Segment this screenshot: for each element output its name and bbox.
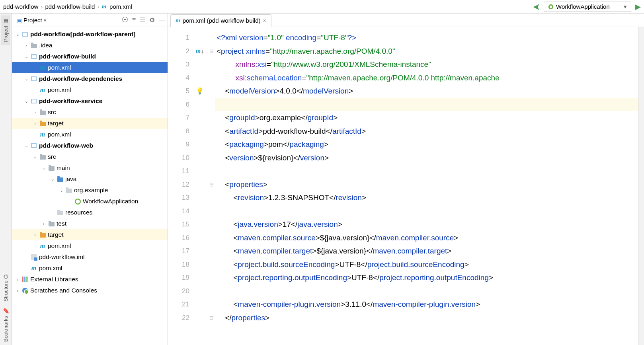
select-opened-file-icon[interactable]: ⦿ (122, 16, 128, 24)
gear-icon[interactable]: ⚙ (149, 16, 155, 24)
tree-twisty[interactable]: › (23, 43, 29, 48)
close-icon[interactable]: × (263, 18, 266, 24)
tree-label: resources (65, 209, 92, 216)
tree-twisty[interactable]: ⌄ (23, 54, 29, 59)
editor-area: m pom.xml (pdd-workflow-build) × 1234567… (168, 14, 644, 345)
tree-label: test (57, 220, 66, 227)
maven-icon: m (101, 3, 106, 10)
run-config-label: WorkflowApplication (556, 3, 610, 10)
tree-twisty[interactable]: ⌄ (23, 76, 29, 82)
line-number-gutter[interactable]: 12345678910111213141516171819202122 (168, 27, 192, 345)
tree-label: External Libraries (30, 276, 78, 283)
tree-twisty[interactable]: ⌄ (23, 143, 29, 148)
tree-label: target (48, 231, 64, 238)
chevron-down-icon: ▾ (44, 18, 46, 23)
tree-item[interactable]: ›Scratches and Consoles (12, 285, 168, 296)
fold-gutter[interactable]: ⊟ ⊟ ⊟ (208, 27, 215, 345)
tree-twisty[interactable]: › (32, 232, 38, 237)
tree-item[interactable]: mpom.xml (12, 84, 168, 96)
tree-label: src (48, 109, 56, 116)
collapse-all-icon[interactable]: ☰ (140, 16, 145, 24)
fold-toggle[interactable]: ⊟ (209, 315, 214, 321)
project-tool-window: ▣ Project ▾ ⦿ ≡ ☰ ⚙ — ⌄pdd-workflow [pdd… (12, 14, 168, 345)
tree-label: Scratches and Consoles (30, 287, 97, 294)
tree-twisty[interactable]: ⌄ (14, 32, 21, 37)
rail-tab-bookmarks[interactable]: Bookmarks 🔖 (1, 305, 10, 345)
project-icon: ▤ (3, 18, 9, 24)
tree-twisty[interactable]: › (41, 221, 47, 226)
tree-item[interactable]: pdd-workflow.iml (12, 251, 168, 263)
build-icon[interactable]: ➤ (533, 2, 540, 12)
rail-tab-project[interactable]: Project ▤ (1, 15, 10, 45)
breadcrumb-item[interactable]: pdd-workflow (3, 3, 38, 10)
hide-icon[interactable]: — (159, 16, 165, 24)
tree-item[interactable]: WorkflowApplication (12, 196, 168, 207)
breadcrumb[interactable]: pdd-workflow › pdd-workflow-build › m po… (3, 3, 132, 10)
tree-label: pom.xml (48, 242, 71, 249)
tree-item[interactable]: resources (12, 207, 168, 218)
fold-toggle[interactable]: ⊟ (209, 181, 214, 187)
tree-label: pdd-workflow-dependencies (39, 75, 122, 82)
chevron-down-icon: ▾ (624, 3, 627, 10)
expand-all-icon[interactable]: ≡ (132, 16, 136, 24)
chevron-right-icon: › (97, 3, 99, 10)
tree-twisty[interactable]: ⌄ (23, 99, 29, 104)
run-button[interactable]: ▶ (635, 2, 641, 11)
breadcrumb-item[interactable]: pdd-workflow-build (45, 3, 95, 10)
tree-item[interactable]: ⌄src (12, 151, 168, 162)
tree-label: pdd-workflow-service (39, 97, 102, 105)
tree-item[interactable]: ›target (12, 229, 168, 240)
tree-item[interactable]: ⌄pdd-workflow [pdd-workflow-parent] (12, 29, 168, 40)
rail-tab-structure[interactable]: Structure ⌬ (1, 271, 10, 305)
tree-twisty[interactable]: ⌄ (41, 166, 47, 171)
tree-twisty[interactable]: ⌄ (58, 188, 64, 193)
project-tree[interactable]: ⌄pdd-workflow [pdd-workflow-parent]›.ide… (12, 27, 168, 345)
annotation-gutter[interactable]: m↓ 💡 (192, 27, 208, 345)
spring-icon (548, 4, 554, 10)
structure-icon: ⌬ (3, 275, 9, 279)
editor-tab[interactable]: m pom.xml (pdd-workflow-build) × (170, 14, 271, 27)
intention-bulb-icon[interactable]: 💡 (196, 88, 204, 94)
tree-item[interactable]: mpom.xml (12, 263, 168, 274)
run-config-selector[interactable]: WorkflowApplication ▾ (544, 2, 631, 12)
vertical-scrollbar[interactable] (638, 27, 644, 345)
tree-twisty[interactable]: › (14, 277, 21, 282)
tree-item[interactable]: ⌄org.example (12, 185, 168, 196)
tree-item[interactable]: ⌄pdd-workflow-dependencies (12, 73, 168, 84)
tree-twisty[interactable]: › (14, 288, 21, 293)
tree-twisty[interactable]: ⌄ (32, 154, 38, 160)
tree-label: pdd-workflow (30, 31, 70, 38)
chevron-right-icon: › (41, 3, 43, 10)
tree-item[interactable]: ›test (12, 218, 168, 229)
tree-label: org.example (74, 187, 108, 194)
editor[interactable]: 12345678910111213141516171819202122 m↓ 💡… (168, 27, 644, 345)
tree-item[interactable]: ⌄java (12, 173, 168, 185)
top-toolbar: pdd-workflow › pdd-workflow-build › m po… (0, 0, 644, 14)
tree-label: pdd-workflow-web (39, 142, 93, 149)
tree-item[interactable]: ›src (12, 107, 168, 118)
project-panel-header: ▣ Project ▾ ⦿ ≡ ☰ ⚙ — (12, 14, 168, 27)
tree-label: pom.xml (48, 131, 71, 138)
code-content[interactable]: <?xml version="1.0" encoding="UTF-8"?><p… (215, 27, 638, 345)
tree-twisty[interactable]: › (32, 110, 38, 115)
tree-twisty[interactable]: ⌄ (49, 177, 56, 182)
tree-item[interactable]: mpom.xml (12, 129, 168, 140)
fold-toggle[interactable]: ⊟ (209, 48, 214, 54)
tree-item[interactable]: ⌄pdd-workflow-service (12, 96, 168, 107)
tree-label: java (65, 175, 76, 183)
tree-item[interactable]: ›.idea (12, 40, 168, 51)
tree-item[interactable]: ⌄pdd-workflow-web (12, 140, 168, 151)
tree-item[interactable]: ›External Libraries (12, 274, 168, 285)
tree-item[interactable]: mpom.xml (12, 62, 168, 73)
breadcrumb-item[interactable]: pom.xml (109, 3, 132, 10)
tree-label: target (48, 120, 64, 127)
tree-label: pdd-workflow-build (39, 53, 96, 60)
tree-label: src (48, 153, 56, 160)
tree-label: pom.xml (48, 86, 71, 94)
tree-item[interactable]: ›target (12, 118, 168, 129)
tree-twisty[interactable]: › (32, 121, 38, 126)
project-view-selector[interactable]: ▣ Project ▾ (14, 16, 49, 24)
tree-item[interactable]: ⌄main (12, 162, 168, 173)
tree-item[interactable]: ⌄pdd-workflow-build (12, 51, 168, 62)
tree-item[interactable]: mpom.xml (12, 240, 168, 251)
